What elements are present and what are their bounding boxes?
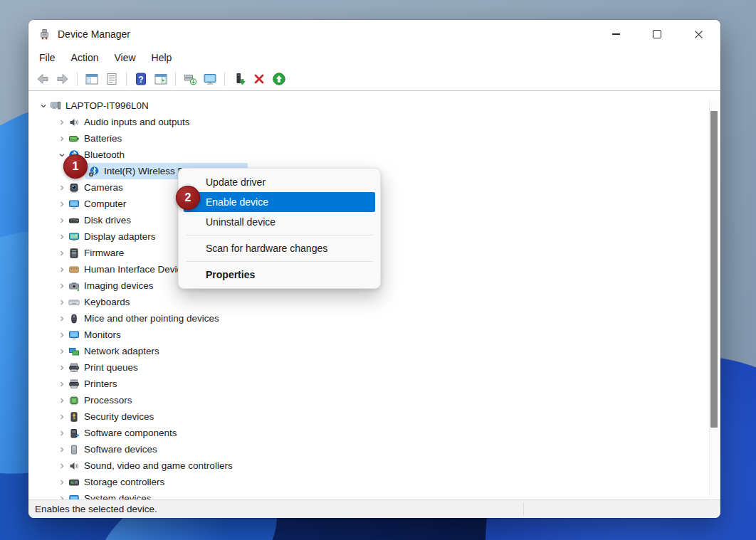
- tree-item-bluetooth[interactable]: Bluetooth: [28, 147, 709, 163]
- context-menu-item-update-driver[interactable]: Update driver: [179, 172, 380, 192]
- close-button[interactable]: [682, 23, 715, 46]
- chevron-right-icon[interactable]: [56, 329, 68, 341]
- mon-icon: [68, 329, 80, 341]
- swc-icon: [68, 428, 80, 439]
- tree-item-label: Monitors: [84, 329, 124, 340]
- tree-item-label: Batteries: [84, 133, 125, 144]
- chevron-right-icon[interactable]: [56, 477, 68, 488]
- chevron-right-icon[interactable]: [56, 215, 68, 226]
- context-menu-item-uninstall-device[interactable]: Uninstall device: [179, 212, 380, 232]
- tree-item-system-devices[interactable]: System devices: [28, 490, 709, 499]
- menu-help[interactable]: Help: [144, 50, 180, 65]
- scan-hardware-changes-icon: [183, 72, 197, 86]
- chevron-right-icon[interactable]: [56, 378, 68, 390]
- status-bar: Enables the selected device.: [28, 499, 720, 518]
- status-bar-divider: [523, 502, 524, 516]
- chevron-right-icon[interactable]: [56, 346, 68, 357]
- forward-icon: [56, 72, 70, 86]
- chevron-right-icon[interactable]: [56, 297, 68, 308]
- tree-item-label: Mice and other pointing devices: [84, 313, 222, 324]
- toolbar-separator: [224, 72, 225, 86]
- tree-item-printers[interactable]: Printers: [28, 376, 709, 392]
- chevron-right-icon[interactable]: [56, 428, 68, 439]
- fw-icon: [68, 248, 80, 259]
- tree-item-mice-and-other-pointing-devices[interactable]: Mice and other pointing devices: [28, 310, 709, 327]
- scrollbar-thumb[interactable]: [710, 111, 718, 428]
- status-text: Enables the selected device.: [35, 504, 157, 514]
- back-button[interactable]: [33, 70, 52, 88]
- properties-icon: [105, 72, 119, 86]
- chevron-right-icon[interactable]: [56, 411, 68, 423]
- tree-item-processors[interactable]: Processors: [28, 392, 709, 408]
- tree-item-label: Cameras: [84, 182, 126, 193]
- tree-item-label: Software components: [84, 428, 180, 438]
- show-hide-console-tree-button[interactable]: [83, 70, 101, 88]
- minimize-icon: [612, 33, 620, 34]
- maximize-button[interactable]: [641, 23, 673, 46]
- action-pane-button[interactable]: [152, 70, 170, 88]
- tree-item-network-adapters[interactable]: Network adapters: [28, 343, 709, 359]
- minimize-button[interactable]: [599, 23, 632, 46]
- tree-item-monitors[interactable]: Monitors: [28, 327, 709, 343]
- disp-icon: [68, 231, 80, 243]
- vertical-scrollbar[interactable]: [709, 100, 719, 497]
- menu-view[interactable]: View: [106, 50, 143, 65]
- tree-item-storage-controllers[interactable]: Storage controllers: [28, 474, 709, 490]
- chevron-right-icon[interactable]: [56, 460, 68, 472]
- btd-icon: [88, 166, 100, 177]
- tree-item-label: Network adapters: [84, 346, 162, 356]
- context-menu-item-scan-for-hardware-changes[interactable]: Scan for hardware changes: [179, 238, 380, 258]
- chevron-right-icon[interactable]: [56, 133, 68, 144]
- chevron-right-icon[interactable]: [56, 444, 68, 455]
- forward-button[interactable]: [53, 70, 72, 88]
- enable-device-button[interactable]: [270, 70, 288, 88]
- chevron-right-icon[interactable]: [56, 493, 68, 500]
- tree-item-label: Display adapters: [84, 231, 159, 242]
- hid-icon: [68, 264, 80, 275]
- menu-file[interactable]: File: [31, 50, 63, 65]
- img-icon: [68, 280, 80, 292]
- tree-item-print-queues[interactable]: Print queues: [28, 359, 709, 376]
- tree-item-label: LAPTOP-IT996L0N: [65, 100, 152, 111]
- chevron-right-icon[interactable]: [56, 117, 68, 128]
- context-menu-item-properties[interactable]: Properties: [179, 265, 380, 285]
- chevron-right-icon[interactable]: [56, 182, 68, 194]
- tree-item-software-devices[interactable]: Software devices: [28, 441, 709, 457]
- tree-item-label: Keyboards: [84, 297, 133, 307]
- tree-item-software-components[interactable]: Software components: [28, 425, 709, 441]
- chevron-right-icon[interactable]: [56, 264, 68, 275]
- chevron-right-icon[interactable]: [56, 362, 68, 374]
- pc-icon: [50, 100, 61, 112]
- uninstall-device-button[interactable]: [250, 70, 268, 88]
- chevron-right-icon[interactable]: [56, 313, 68, 324]
- chevron-right-icon[interactable]: [56, 248, 68, 259]
- chevron-right-icon[interactable]: [56, 280, 68, 292]
- tree-item-laptop-it996l0n[interactable]: LAPTOP-IT996L0N: [28, 97, 709, 114]
- tree-item-sound-video-and-game-controllers[interactable]: Sound, video and game controllers: [28, 457, 709, 474]
- tree-item-label: Processors: [84, 395, 135, 406]
- drive-icon: [68, 215, 80, 226]
- menu-action[interactable]: Action: [63, 50, 107, 65]
- chevron-right-icon[interactable]: [56, 231, 68, 243]
- kbd-icon: [68, 297, 80, 308]
- context-menu-item-enable-device[interactable]: Enable device: [184, 192, 375, 212]
- remote-computer-button[interactable]: [201, 70, 219, 88]
- update-driver-button[interactable]: [230, 70, 248, 88]
- device-manager-icon: [38, 28, 51, 41]
- chevron-right-icon[interactable]: [56, 395, 68, 406]
- help-button[interactable]: [132, 70, 150, 88]
- properties-button[interactable]: [103, 70, 121, 88]
- chevron-right-icon[interactable]: [56, 198, 68, 210]
- audio-icon: [68, 117, 80, 128]
- scan-hardware-changes-button[interactable]: [181, 70, 199, 88]
- tree-item-label: Sound, video and game controllers: [84, 460, 236, 471]
- tree-item-batteries[interactable]: Batteries: [28, 130, 709, 147]
- tree-item-keyboards[interactable]: Keyboards: [28, 294, 709, 310]
- prn-icon: [68, 362, 80, 374]
- battery-icon: [68, 133, 80, 144]
- tree-item-security-devices[interactable]: Security devices: [28, 408, 709, 425]
- tree-item-audio-inputs-and-outputs[interactable]: Audio inputs and outputs: [28, 114, 709, 130]
- chevron-down-icon[interactable]: [37, 100, 50, 112]
- stor-icon: [68, 477, 80, 488]
- window-title: Device Manager: [58, 28, 130, 40]
